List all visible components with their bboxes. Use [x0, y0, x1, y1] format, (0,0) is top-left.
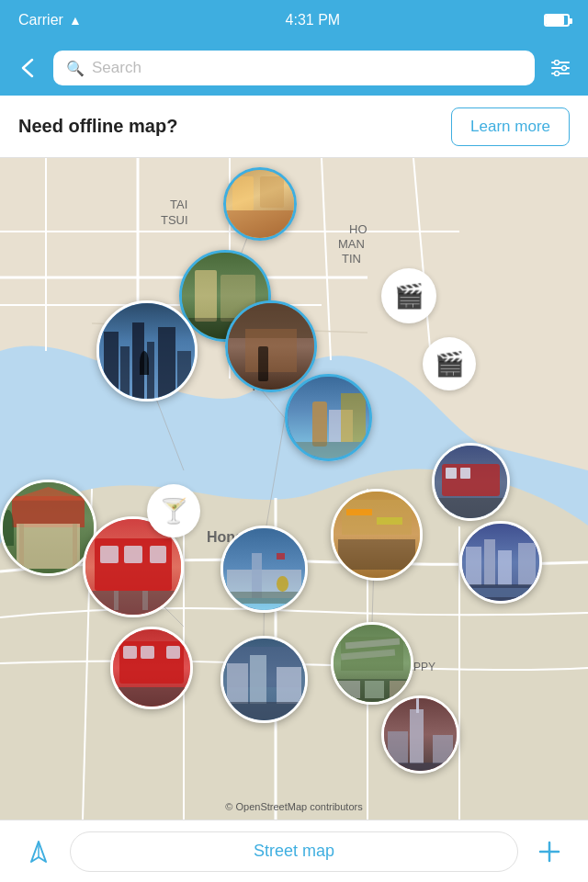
offline-banner: Need offline map? Learn more	[0, 96, 588, 158]
svg-point-3	[562, 66, 567, 71]
photo-marker-10[interactable]	[432, 443, 510, 521]
location-button[interactable]	[18, 831, 59, 872]
svg-text:TAI: TAI	[170, 198, 187, 211]
search-placeholder: Search	[92, 59, 141, 77]
svg-text:HO: HO	[349, 222, 368, 236]
search-bar: 🔍 Search	[0, 40, 588, 96]
bottom-bar: Street map	[0, 820, 588, 882]
back-button[interactable]	[11, 51, 44, 85]
carrier-label: Carrier	[18, 12, 63, 28]
photo-marker-14[interactable]	[331, 622, 413, 705]
photo-marker-5[interactable]	[285, 374, 372, 461]
photo-marker-15[interactable]	[381, 695, 459, 774]
svg-text:TSUI: TSUI	[161, 213, 188, 227]
photo-marker-8[interactable]	[220, 526, 308, 613]
film-marker-1[interactable]: 🎬	[381, 268, 436, 323]
search-icon: 🔍	[66, 60, 85, 77]
wifi-icon: ▲	[69, 13, 82, 28]
photo-marker-9[interactable]	[331, 489, 423, 581]
photo-marker-11[interactable]	[459, 521, 542, 604]
map-area[interactable]: TAI TSUI KUK HO MAN TIN TSI Hong Kong • …	[0, 158, 588, 820]
svg-point-5	[555, 72, 560, 76]
learn-more-button[interactable]: Learn more	[451, 107, 570, 146]
street-map-button[interactable]: Street map	[70, 831, 518, 872]
cocktail-marker[interactable]: 🍸	[147, 484, 200, 537]
film-marker-2[interactable]: 🎬	[423, 337, 476, 390]
svg-text:TIN: TIN	[342, 252, 361, 266]
filter-button[interactable]	[544, 51, 577, 85]
status-bar: Carrier ▲ 4:31 PM	[0, 0, 588, 40]
search-input-wrap[interactable]: 🔍 Search	[53, 51, 535, 85]
svg-point-1	[555, 61, 560, 65]
copyright-notice: © OpenStreetMap contributors	[225, 801, 362, 812]
add-button[interactable]	[529, 831, 570, 872]
photo-marker-3[interactable]	[96, 300, 198, 401]
offline-text: Need offline map?	[18, 116, 177, 137]
time-label: 4:31 PM	[286, 12, 341, 28]
photo-marker-12[interactable]	[110, 627, 193, 709]
svg-text:MAN: MAN	[338, 237, 365, 251]
battery-icon	[544, 14, 570, 27]
photo-marker-13[interactable]	[220, 636, 308, 723]
photo-marker-1[interactable]	[223, 167, 297, 241]
